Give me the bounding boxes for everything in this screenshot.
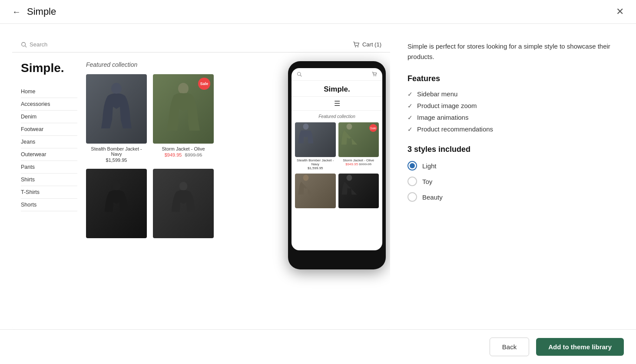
add-to-library-button[interactable]: Add to theme library	[536, 338, 624, 356]
style-light-label: Light	[422, 162, 437, 170]
header: ← Simple ✕	[0, 0, 636, 24]
check-icon-3: ✓	[407, 114, 413, 121]
cart-label: Cart (1)	[362, 41, 381, 48]
check-icon-4: ✓	[407, 126, 413, 133]
main-content: Search Cart (1) Simple. Home Accessories…	[0, 24, 636, 329]
mobile-product-1: Stealth Bomber Jacket - Navy $1,599.95	[295, 122, 336, 170]
check-icon-1: ✓	[407, 91, 413, 98]
svg-point-5	[178, 83, 189, 94]
radio-light-inner	[410, 163, 415, 168]
mobile-cart-icon	[372, 72, 377, 77]
back-button[interactable]: ←	[12, 7, 21, 17]
nav-outerwear: Outerwear	[21, 148, 77, 161]
product-1: Stealth Bomber Jacket - Navy $1,599.95	[86, 74, 147, 163]
page-title: Simple	[27, 6, 56, 17]
mobile-product-2-name: Storm Jacket - Olive	[338, 158, 379, 162]
check-icon-2: ✓	[407, 102, 413, 109]
svg-point-13	[346, 124, 352, 130]
svg-point-8	[298, 72, 301, 76]
style-toy-label: Toy	[422, 178, 432, 185]
svg-point-2	[355, 46, 356, 47]
feature-4-label: Product recommendations	[417, 125, 493, 133]
svg-point-10	[374, 75, 374, 76]
product-2: Sale Storm Jacket - Olive $949	[153, 74, 214, 163]
mobile-product-1-name: Stealth Bomber Jacket - Navy	[295, 158, 336, 166]
mobile-orig-price: $999.95	[359, 162, 371, 166]
feature-4: ✓ Product recommendations	[407, 125, 624, 133]
feature-1: ✓ Sidebar menu	[407, 90, 624, 98]
svg-point-12	[303, 124, 309, 130]
mobile-product-3	[295, 174, 336, 208]
mobile-device: Simple. ☰ Featured collection	[288, 61, 386, 269]
sale-badge: Sale	[198, 78, 210, 90]
nav-shirts: Shirts	[21, 174, 77, 186]
svg-point-14	[303, 175, 309, 181]
radio-toy[interactable]	[407, 177, 417, 186]
mobile-sale-price: $949.95	[345, 162, 358, 166]
svg-point-11	[375, 75, 376, 76]
styles-section: Light Toy Beauty	[407, 161, 624, 202]
radio-beauty[interactable]	[407, 192, 417, 202]
svg-point-4	[111, 83, 122, 94]
features-title: Features	[407, 74, 624, 83]
nav-denim: Denim	[21, 111, 77, 123]
product-2-sale-price: $949.95	[165, 152, 182, 157]
svg-line-1	[25, 46, 27, 47]
mobile-product-3-img	[295, 174, 336, 208]
svg-line-9	[300, 75, 301, 76]
product-2-name: Storm Jacket - Olive	[153, 146, 214, 151]
mobile-product-4-img	[338, 174, 379, 208]
product-4-image	[153, 169, 214, 238]
mobile-collection-title: Featured collection	[292, 114, 382, 119]
theme-preview: Search Cart (1) Simple. Home Accessories…	[12, 37, 390, 329]
jacket2-figure	[166, 81, 201, 137]
product-3-image	[86, 169, 147, 238]
search-label: Search	[30, 41, 47, 48]
product-2-image: Sale	[153, 74, 214, 144]
mobile-product-4	[338, 174, 379, 208]
mobile-product-2-price: $949.95 $999.95	[338, 162, 379, 166]
feature-3-label: Image animations	[417, 114, 468, 121]
product-1-price: $1,599.95	[86, 157, 147, 163]
style-beauty[interactable]: Beauty	[407, 192, 624, 202]
radio-light[interactable]	[407, 161, 417, 171]
product-2-price: $949.95 $999.95	[153, 152, 214, 157]
jacket4-figure	[166, 180, 201, 227]
preview-topbar: Search Cart (1)	[12, 37, 390, 52]
mobile-sale-badge: Sale	[369, 124, 377, 132]
product-1-name: Stealth Bomber Jacket - Navy	[86, 146, 147, 157]
mobile-product-1-price: $1,599.95	[295, 166, 336, 170]
mobile-product-2-img: Sale	[338, 122, 379, 157]
features-list: ✓ Sidebar menu ✓ Product image zoom ✓ Im…	[407, 90, 624, 133]
style-toy[interactable]: Toy	[407, 177, 624, 186]
feature-2: ✓ Product image zoom	[407, 102, 624, 109]
product-4	[153, 169, 214, 238]
theme-preview-area: Search Cart (1) Simple. Home Accessories…	[12, 37, 390, 329]
mobile-product-1-img	[295, 122, 336, 157]
jacket1-figure	[99, 81, 134, 137]
mobile-screen: Simple. ☰ Featured collection	[292, 68, 382, 250]
mobile-product-2: Sale Storm Jacket - Olive $949.95	[338, 122, 379, 170]
mobile-mockup: Simple. ☰ Featured collection	[284, 52, 390, 329]
cart-icon	[353, 42, 360, 48]
feature-2-label: Product image zoom	[417, 102, 477, 109]
mobile-jacket3	[295, 174, 317, 204]
search-icon	[21, 42, 27, 48]
styles-title: 3 styles included	[407, 145, 624, 154]
product-2-orig-price: $999.95	[185, 152, 202, 157]
style-beauty-label: Beauty	[422, 193, 443, 201]
preview-search: Search	[21, 41, 47, 48]
svg-point-0	[22, 42, 26, 46]
close-button[interactable]: ✕	[616, 6, 624, 17]
svg-point-7	[179, 182, 188, 190]
theme-description: Simple is perfect for stores looking for…	[407, 41, 624, 62]
preview-cart: Cart (1)	[353, 41, 381, 48]
style-light[interactable]: Light	[407, 161, 624, 171]
svg-point-6	[113, 182, 121, 190]
back-footer-button[interactable]: Back	[490, 338, 529, 356]
nav-accessories: Accessories	[21, 98, 77, 111]
nav-shorts: Shorts	[21, 199, 77, 211]
product-3	[86, 169, 147, 238]
jacket3-figure	[99, 180, 134, 227]
feature-1-label: Sidebar menu	[417, 90, 457, 98]
